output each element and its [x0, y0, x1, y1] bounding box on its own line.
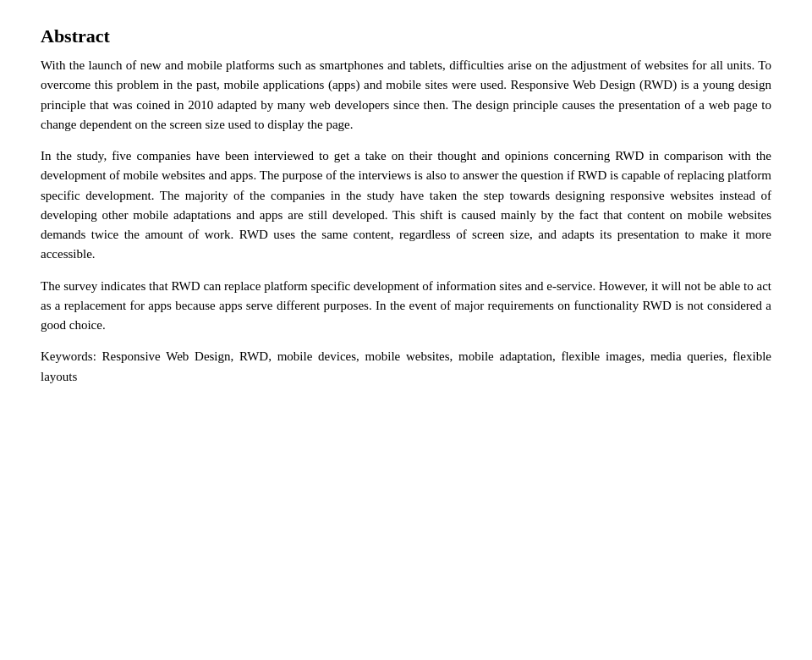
abstract-keywords: Keywords: Responsive Web Design, RWD, mo… [41, 347, 771, 387]
abstract-section: Abstract With the launch of new and mobi… [41, 25, 771, 387]
abstract-paragraph-1: With the launch of new and mobile platfo… [41, 56, 771, 135]
abstract-title: Abstract [41, 25, 771, 47]
abstract-paragraph-2: In the study, five companies have been i… [41, 146, 771, 265]
abstract-paragraph-3: The survey indicates that RWD can replac… [41, 277, 771, 336]
